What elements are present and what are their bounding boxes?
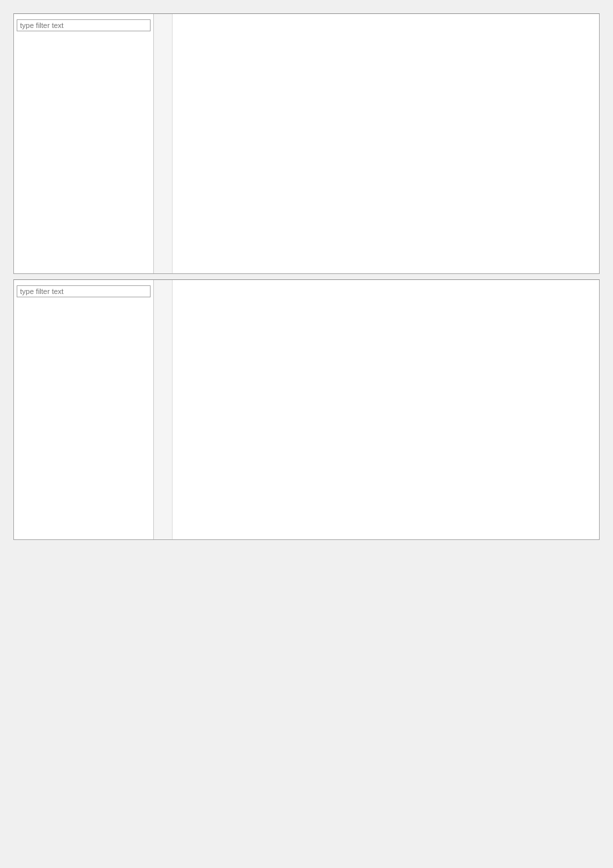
bottom-panel	[13, 279, 600, 540]
bottom-filter-input[interactable]	[17, 285, 151, 297]
bottom-panel-body	[13, 280, 600, 540]
bottom-left-panel	[14, 280, 154, 539]
top-right-panel	[173, 14, 599, 273]
top-splitter[interactable]	[154, 14, 173, 273]
bottom-splitter[interactable]	[154, 280, 173, 539]
top-filter-input[interactable]	[17, 19, 151, 31]
bottom-right-panel	[173, 280, 599, 539]
top-panel	[13, 13, 600, 274]
top-panel-body	[13, 14, 600, 274]
top-left-panel	[14, 14, 154, 273]
